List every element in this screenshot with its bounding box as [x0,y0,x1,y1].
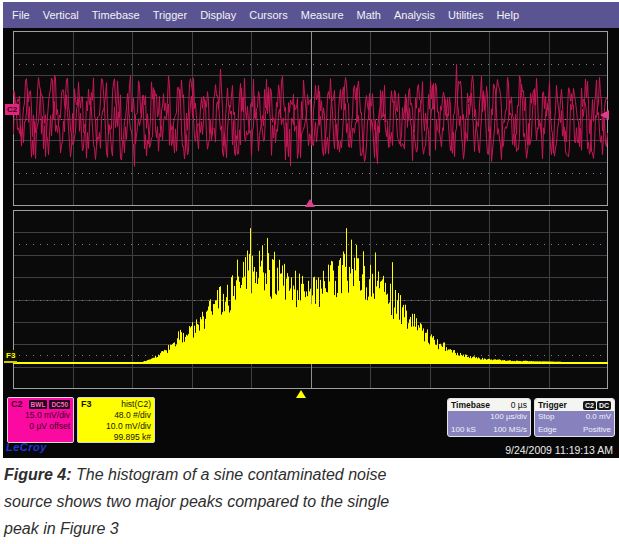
timebase-delay: 0 µs [511,400,527,410]
c2-offset: 0 µV offset [11,421,70,432]
trigger-time-marker-icon[interactable] [305,199,315,207]
menu-timebase[interactable]: Timebase [92,9,140,21]
c2-channel-label: C2 [11,399,23,410]
timebase-rate: 100 MS/s [493,424,527,437]
trigger-box[interactable]: Trigger C2 DC Stop 0.0 mV Edge Positive [534,398,615,437]
f3-trace-indicator[interactable]: F3 [4,350,17,363]
menu-cursors[interactable]: Cursors [249,9,288,21]
oscilloscope-screen: C2 F3 C2 BWL DC50 15.0 mV/div 0 µV offse… [3,28,619,458]
menu-math[interactable]: Math [357,9,381,21]
f3-mv-per-div: 10.0 mV/div [81,421,151,432]
figure-caption: Figure 4: The histogram of a sine contam… [4,461,564,542]
f3-population: 99.895 k# [81,432,151,443]
timebase-per-div: 100 µs/div [490,411,527,424]
trigger-type: Edge [538,424,557,437]
c2-volts-per-div: 15.0 mV/div [11,410,70,421]
caption-text-1: The histogram of a sine contaminated noi… [76,466,386,483]
trigger-title: Trigger [538,400,567,410]
menu-vertical[interactable]: Vertical [43,9,79,21]
menu-help[interactable]: Help [496,9,519,21]
c2-bwl-badge: BWL [29,400,48,409]
c2-coupling-badge: DC50 [49,400,70,409]
menu-utilities[interactable]: Utilities [448,9,483,21]
trigger-level: 0.0 mV [586,411,611,424]
c2-descriptor-header: C2 BWL DC50 [11,399,70,410]
trigger-level-marker-icon[interactable] [600,110,609,120]
c2-trace-indicator[interactable]: C2 [5,104,19,115]
timebase-header: Timebase 0 µs [448,399,530,411]
trigger-coupling-badge: DC [597,401,611,410]
menu-file[interactable]: File [12,9,30,21]
figure-page: File Vertical Timebase Trigger Display C… [0,0,619,544]
lecroy-logo: LeCroy [6,441,47,453]
menu-bar: File Vertical Timebase Trigger Display C… [3,2,619,28]
f3-function-name: hist(C2) [121,399,151,410]
f3-descriptor-box[interactable]: F3 hist(C2) 48.0 #/div 10.0 mV/div 99.89… [77,397,155,443]
c2-descriptor-box[interactable]: C2 BWL DC50 15.0 mV/div 0 µV offset [7,397,74,443]
menu-measure[interactable]: Measure [301,9,344,21]
menu-analysis[interactable]: Analysis [394,9,435,21]
timebase-samples: 100 kS [451,424,476,437]
trigger-mode: Stop [538,411,554,424]
menu-trigger[interactable]: Trigger [153,9,187,21]
histogram-center-marker-icon[interactable] [296,390,306,398]
f3-label: F3 [81,399,92,410]
caption-line-2: source shows two major peaks compared to… [4,488,564,515]
caption-label: Figure 4: [4,466,72,483]
scope-canvas [13,31,608,389]
caption-line-3: peak in Figure 3 [4,515,564,542]
caption-line-1: Figure 4: The histogram of a sine contam… [4,461,564,488]
trigger-source-badge: C2 [583,401,596,410]
f3-descriptor-header: F3 hist(C2) [81,399,151,410]
trigger-header: Trigger C2 DC [535,399,614,411]
timebase-box[interactable]: Timebase 0 µs 100 µs/div 100 kS 100 MS/s [447,398,531,437]
trigger-slope: Positive [583,424,611,437]
f3-counts-per-div: 48.0 #/div [81,410,151,421]
datetime-display: 9/24/2009 11:19:13 AM [505,444,613,456]
menu-display[interactable]: Display [200,9,236,21]
timebase-title: Timebase [451,400,490,410]
